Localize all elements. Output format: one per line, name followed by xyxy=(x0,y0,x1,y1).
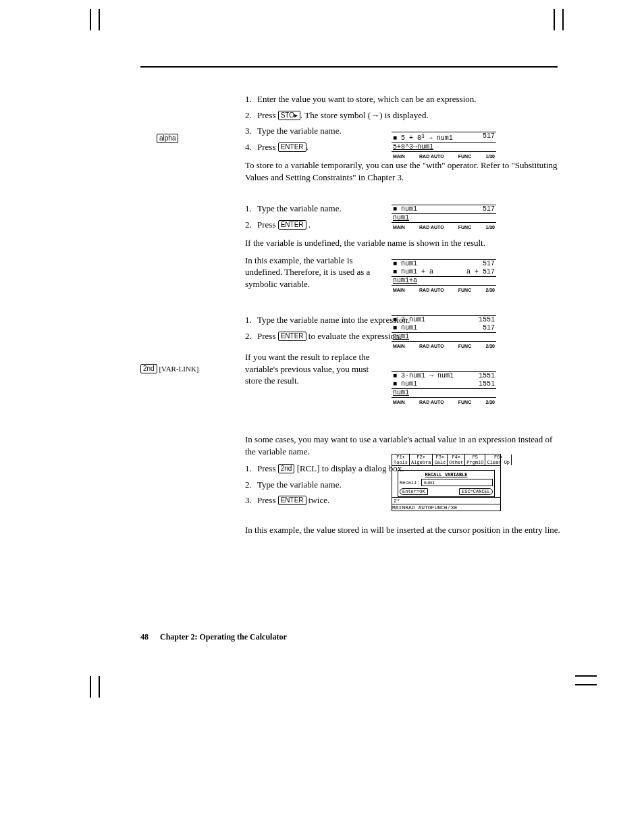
calc-screenshot-2: ■ num1517 num1 MAINRAD AUTOFUNC1/30 xyxy=(392,205,496,232)
recall-label: Recall: xyxy=(400,480,419,486)
page-footer: 48 Chapter 2: Operating the Calculator xyxy=(140,632,287,642)
dialog-menubar: F1▾ ToolsF2▾ AlgebraF3▾ CalcF4▾ OtherF5 … xyxy=(392,454,500,466)
enter-key: ENTER xyxy=(278,332,306,341)
chapter-title: Chapter 2: Operating the Calculator xyxy=(160,632,287,642)
page-number: 48 xyxy=(140,632,149,642)
page: alpha 2nd [VAR-LINK] 1.Enter the value y… xyxy=(0,0,644,834)
side-note-alpha: alpha xyxy=(157,134,178,143)
dialog-title: RECALL VARIABLE xyxy=(400,472,493,477)
s4-after: In this example, the value stored in wil… xyxy=(245,524,562,536)
varlink-label: [VAR-LINK] xyxy=(159,365,198,373)
crop-mark xyxy=(99,676,100,698)
cancel-button[interactable]: ESC=CANCEL xyxy=(459,488,493,495)
second-key: 2nd xyxy=(278,464,295,473)
s1-li1: Enter the value you want to store, which… xyxy=(257,93,562,105)
crop-mark xyxy=(575,684,597,685)
crop-mark xyxy=(90,9,91,30)
dialog-status: MAINRAD AUTOFUNC0/30 xyxy=(392,504,500,511)
crop-mark xyxy=(99,9,100,30)
s1-li2: Press STO▸. The store symbol (→) is disp… xyxy=(257,109,562,122)
crop-mark xyxy=(90,676,91,698)
dialog-entry: 2* xyxy=(392,497,500,504)
calc-screenshot-5: ■ 3·num1 → num11551 ■ num11551 num1 MAIN… xyxy=(392,371,496,407)
s3-after: If you want the result to replace the va… xyxy=(245,351,383,387)
recall-dialog-box: RECALL VARIABLE Recall: Enter=OK ESC=CAN… xyxy=(398,470,495,497)
crop-mark xyxy=(575,675,597,677)
crop-mark xyxy=(562,9,564,30)
enter-key: ENTER xyxy=(278,220,306,230)
recall-input[interactable] xyxy=(421,479,493,486)
s2-after: If the variable is undefined, the variab… xyxy=(245,237,562,249)
sto-key: STO▸ xyxy=(278,111,300,120)
crop-mark xyxy=(554,9,555,30)
calc-dialog-recall: F1▾ ToolsF2▾ AlgebraF3▾ CalcF4▾ OtherF5 … xyxy=(392,454,501,511)
alpha-key: alpha xyxy=(157,134,178,143)
s1-after: To store to a variable temporarily, you … xyxy=(245,159,562,183)
calc-screenshot-4: ■ 3·num11551 ■ num1517 num1 MAINRAD AUTO… xyxy=(392,315,496,351)
side-note-varlink: 2nd [VAR-LINK] xyxy=(140,364,199,373)
ok-button[interactable]: Enter=OK xyxy=(400,488,428,495)
header-rule xyxy=(140,66,558,68)
calc-screenshot-1: ■ 5 + 83 → num1517 5+8^3→num1 MAINRAD AU… xyxy=(392,132,496,161)
enter-key: ENTER xyxy=(278,142,306,152)
enter-key: ENTER xyxy=(278,496,306,505)
second-key: 2nd xyxy=(140,364,157,373)
calc-screenshot-3: ■ num1517 ■ num1 + aa + 517 num1+a MAINR… xyxy=(392,259,496,295)
s2-para2: In this example, the variable is undefin… xyxy=(245,255,383,290)
